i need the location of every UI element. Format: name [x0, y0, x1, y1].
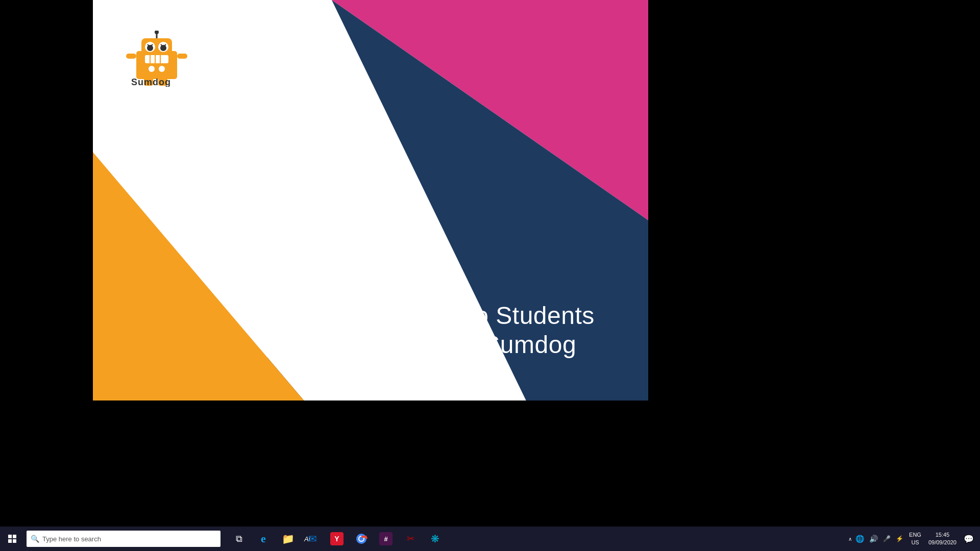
- svg-rect-18: [126, 54, 136, 59]
- slide-title-line2: do on Sumdog: [414, 331, 576, 358]
- sumdog-logo-area: Sumdog: [124, 31, 215, 92]
- search-icon: 🔍: [31, 535, 39, 543]
- search-box[interactable]: 🔍 Type here to search: [27, 531, 220, 547]
- taskbar-app-chrome[interactable]: [349, 527, 374, 551]
- slide-title-line1: What do Students: [396, 302, 595, 329]
- region-text: US: [911, 539, 919, 546]
- snip-icon: ✂: [407, 533, 414, 544]
- sumdog-logo: Sumdog: [124, 31, 195, 87]
- taskbar-app-edge[interactable]: e: [251, 527, 276, 551]
- left-black-bar: [0, 0, 93, 400]
- language-indicator[interactable]: ENG US: [907, 531, 923, 547]
- slack-icon: #: [379, 532, 393, 545]
- svg-point-4: [147, 45, 153, 51]
- svg-point-16: [149, 66, 155, 72]
- system-tray: ∧ 🌐 🔊 🎤 ⚡ ENG US 15:45 09/09/2020 💬: [844, 527, 980, 551]
- language-text: ENG: [909, 531, 921, 539]
- folder-icon: 📁: [282, 533, 295, 545]
- microphone-icon[interactable]: 🎤: [881, 535, 892, 542]
- taskview-icon: ⧉: [236, 534, 242, 544]
- svg-text:Sumdog: Sumdog: [131, 77, 171, 87]
- taskview-button[interactable]: ⧉: [227, 527, 251, 551]
- svg-rect-10: [145, 55, 168, 63]
- system-clock[interactable]: 15:45 09/09/2020: [925, 531, 960, 547]
- search-placeholder-text: Type here to search: [42, 535, 101, 543]
- start-button[interactable]: [0, 527, 24, 551]
- time-text: 15:45: [936, 531, 950, 539]
- battery-icon[interactable]: ⚡: [894, 535, 905, 542]
- taskbar-app-snip[interactable]: ✂: [398, 527, 423, 551]
- network-icon[interactable]: 🌐: [854, 535, 866, 543]
- taskbar-app-extra[interactable]: ❋: [423, 527, 447, 551]
- slide-title: What do Students do on Sumdog: [362, 301, 628, 360]
- svg-rect-19: [177, 54, 187, 59]
- taskbar-app-file-explorer[interactable]: 📁: [276, 527, 300, 551]
- taskbar-app-slack[interactable]: #: [374, 527, 398, 551]
- yammer-icon: Y: [330, 532, 344, 545]
- tray-expand[interactable]: ∧: [848, 536, 852, 542]
- right-black-bar: [648, 0, 980, 400]
- edge-icon: e: [261, 532, 266, 545]
- notification-center[interactable]: 💬: [962, 534, 976, 544]
- chrome-icon: [355, 533, 368, 545]
- presentation-slide: Sumdog What do Students do on Sumdog: [93, 0, 648, 400]
- taskbar-app-yammer[interactable]: Y: [325, 527, 349, 551]
- extra-app-icon: ❋: [431, 533, 439, 545]
- date-text: 09/09/2020: [928, 539, 957, 546]
- windows-icon: [8, 535, 16, 543]
- svg-point-17: [159, 66, 165, 72]
- mail-icon: ✉: [308, 533, 317, 545]
- taskbar: 🔍 Type here to search Ai ⧉ e 📁 ✉ Y: [0, 527, 980, 551]
- svg-point-5: [160, 45, 166, 51]
- taskbar-app-mail[interactable]: ✉: [300, 527, 325, 551]
- svg-point-15: [155, 31, 159, 34]
- volume-icon[interactable]: 🔊: [868, 535, 879, 543]
